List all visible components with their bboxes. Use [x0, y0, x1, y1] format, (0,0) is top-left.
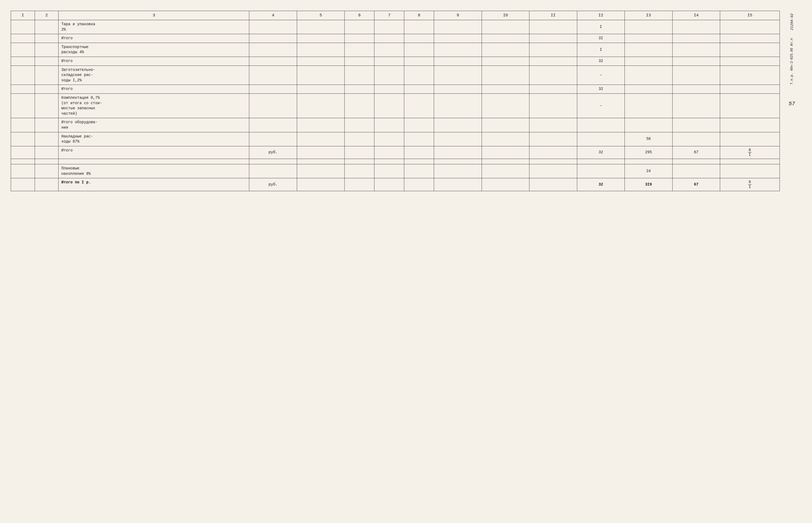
cell-4 [249, 57, 297, 66]
cell-1 [11, 34, 35, 43]
col-header-3: 3 [58, 11, 249, 20]
cell-2 [35, 146, 58, 159]
cell-14 [672, 34, 720, 43]
fraction-value-2: 6 I [748, 180, 751, 189]
cell-7 [374, 57, 404, 66]
cell-13 [625, 34, 672, 43]
cell-8 [404, 132, 434, 146]
cell-9 [434, 93, 482, 118]
cell-1 [11, 159, 35, 164]
cell-11 [529, 43, 577, 57]
cell-11 [529, 57, 577, 66]
cell-1 [11, 118, 35, 132]
cell-4 [249, 159, 297, 164]
col-header-9: 9 [434, 11, 482, 20]
cell-8 [404, 85, 434, 94]
cell-12: 32 [577, 178, 624, 191]
cell-7 [374, 43, 404, 57]
cell-8 [404, 20, 434, 34]
cell-10 [482, 146, 529, 159]
cell-13 [625, 159, 672, 164]
cell-9 [434, 159, 482, 164]
fraction-denominator: I [748, 152, 751, 157]
header-row: I 2 3 4 5 6 7 8 9 IO II I2 I3 I4 I5 [11, 11, 780, 20]
cell-7 [374, 93, 404, 118]
cell-3: Итого [58, 34, 249, 43]
cell-11 [529, 93, 577, 118]
cell-5 [297, 34, 345, 43]
cell-11 [529, 178, 577, 191]
cell-12 [577, 118, 624, 132]
cell-1 [11, 146, 35, 159]
cell-1 [11, 57, 35, 66]
cell-5 [297, 132, 345, 146]
cell-7 [374, 146, 404, 159]
cell-5 [297, 57, 345, 66]
col-header-5: 5 [297, 11, 345, 20]
cell-8 [404, 159, 434, 164]
right-margin-main-text: Т.п.р. 40ч-2-025.86 Ат.п [790, 38, 794, 85]
cell-2 [35, 43, 58, 57]
col-header-14: I4 [672, 11, 720, 20]
cell-3: Накладные рас-ходы 87% [58, 132, 249, 146]
cell-10 [482, 132, 529, 146]
cell-14 [672, 159, 720, 164]
cell-10 [482, 34, 529, 43]
cell-4 [249, 118, 297, 132]
cell-5 [297, 146, 345, 159]
cell-10 [482, 57, 529, 66]
cell-2 [35, 20, 58, 34]
cell-8 [404, 146, 434, 159]
cell-7 [374, 178, 404, 191]
cell-13 [625, 85, 672, 94]
cell-15 [720, 20, 780, 34]
cell-5 [297, 159, 345, 164]
cell-3: Итого [58, 146, 249, 159]
cell-14: 67 [672, 178, 720, 191]
table-row: Транспортныерасходы 4% I [11, 43, 780, 57]
cell-11 [529, 34, 577, 43]
cell-9 [434, 57, 482, 66]
cell-8 [404, 93, 434, 118]
cell-14 [672, 20, 720, 34]
cell-10 [482, 85, 529, 94]
cell-8 [404, 66, 434, 85]
main-table: I 2 3 4 5 6 7 8 9 IO II I2 I3 I4 I5 [11, 11, 780, 191]
cell-12: 32 [577, 57, 624, 66]
cell-10 [482, 93, 529, 118]
cell-9 [434, 146, 482, 159]
cell-15 [720, 43, 780, 57]
cell-14 [672, 132, 720, 146]
cell-15 [720, 159, 780, 164]
cell-10 [482, 20, 529, 34]
cell-5 [297, 93, 345, 118]
cell-12 [577, 159, 624, 164]
cell-1 [11, 85, 35, 94]
cell-2 [35, 57, 58, 66]
cell-12 [577, 164, 624, 178]
cell-3: Заготозительно-складские рас-ходы I,2% [58, 66, 249, 85]
table-row: Плановыенакопления 8% 24 [11, 164, 780, 178]
col-header-7: 7 [374, 11, 404, 20]
cell-7 [374, 85, 404, 94]
cell-8 [404, 164, 434, 178]
cell-5 [297, 20, 345, 34]
cell-6 [345, 164, 374, 178]
cell-5 [297, 164, 345, 178]
cell-8 [404, 34, 434, 43]
fraction-denominator-2: I [748, 185, 751, 189]
cell-9 [434, 34, 482, 43]
table-row: Тара и упаковка2% I [11, 20, 780, 34]
cell-3: Итого [58, 57, 249, 66]
cell-7 [374, 66, 404, 85]
cell-12 [577, 132, 624, 146]
cell-2 [35, 178, 58, 191]
col-header-13: I3 [625, 11, 672, 20]
table-row: Итого руб. 32 295 67 6 I [11, 146, 780, 159]
cell-11 [529, 132, 577, 146]
cell-7 [374, 20, 404, 34]
cell-11 [529, 146, 577, 159]
cell-14 [672, 118, 720, 132]
table-row: Итого 32 [11, 57, 780, 66]
cell-2 [35, 93, 58, 118]
